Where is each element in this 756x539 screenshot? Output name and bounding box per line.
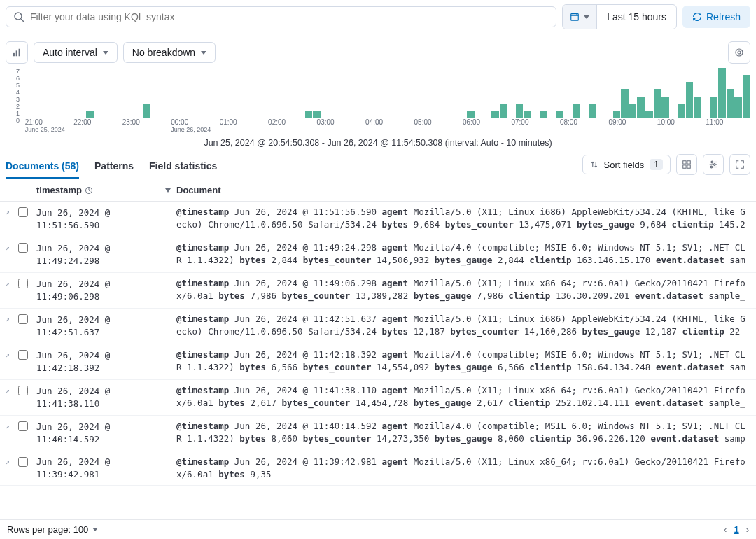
row-document[interactable]: @timestamp Jun 26, 2024 @ 11:49:24.298 a…: [176, 241, 750, 268]
histogram-bar[interactable]: [305, 111, 313, 118]
histogram-bar[interactable]: [662, 97, 669, 118]
histogram-bar[interactable]: [645, 111, 653, 118]
histogram-bar[interactable]: [613, 111, 621, 118]
histogram-bar[interactable]: [313, 111, 321, 118]
histogram-bar[interactable]: [524, 111, 531, 118]
histogram-bar[interactable]: [540, 111, 548, 118]
pager-current[interactable]: 1: [734, 524, 738, 535]
expand-row-icon[interactable]: ↗: [6, 279, 10, 289]
tab-patterns[interactable]: Patterns: [94, 153, 134, 178]
date-range-label: Last 15 hours: [597, 11, 676, 22]
table-row: ↗Jun 26, 2024 @ 11:49:24.298@timestamp J…: [0, 237, 756, 273]
histogram-bar[interactable]: [86, 111, 94, 118]
grid-icon: [682, 160, 692, 169]
row-timestamp: Jun 26, 2024 @ 11:41:38.110: [36, 384, 176, 411]
interval-select[interactable]: Auto interval: [34, 42, 118, 63]
row-document[interactable]: @timestamp Jun 26, 2024 @ 11:42:51.637 a…: [176, 313, 750, 340]
table-row: ↗Jun 26, 2024 @ 11:42:18.392@timestamp J…: [0, 344, 756, 380]
expand-row-icon[interactable]: ↗: [6, 421, 10, 432]
table-body: ↗Jun 26, 2024 @ 11:51:56.590@timestamp J…: [0, 202, 756, 486]
sort-fields-button[interactable]: Sort fields 1: [582, 155, 671, 174]
search-box[interactable]: [6, 6, 556, 27]
row-document[interactable]: @timestamp Jun 26, 2024 @ 11:40:14.592 a…: [176, 420, 750, 447]
row-document[interactable]: @timestamp Jun 26, 2024 @ 11:42:18.392 a…: [176, 349, 750, 375]
table-row: ↗Jun 26, 2024 @ 11:40:14.592@timestamp J…: [0, 416, 756, 451]
pager: ‹ 1 ›: [724, 524, 749, 535]
row-timestamp: Jun 26, 2024 @ 11:49:24.298: [36, 241, 176, 268]
row-checkbox[interactable]: [18, 457, 28, 467]
lens-icon: [734, 47, 745, 58]
row-checkbox[interactable]: [18, 350, 28, 360]
expand-row-icon[interactable]: ↗: [6, 350, 10, 360]
row-checkbox[interactable]: [18, 243, 28, 253]
row-document[interactable]: @timestamp Jun 26, 2024 @ 11:41:38.110 a…: [176, 384, 750, 411]
histogram-bar[interactable]: [467, 111, 475, 118]
histogram-bar[interactable]: [678, 104, 685, 118]
histogram-bar[interactable]: [686, 82, 694, 118]
expand-row-icon[interactable]: ↗: [6, 243, 10, 253]
histogram-bar[interactable]: [500, 104, 507, 118]
row-checkbox[interactable]: [18, 279, 28, 288]
breakdown-select[interactable]: No breakdown: [123, 42, 216, 63]
tab-field-statistics[interactable]: Field statistics: [149, 153, 217, 178]
settings-button[interactable]: [703, 154, 724, 175]
expand-row-icon[interactable]: ↗: [6, 386, 10, 396]
pager-prev[interactable]: ‹: [724, 524, 727, 535]
svg-rect-14: [687, 165, 690, 168]
calendar-icon: [563, 5, 597, 29]
row-document[interactable]: @timestamp Jun 26, 2024 @ 11:49:06.298 a…: [176, 277, 750, 304]
table-row: ↗Jun 26, 2024 @ 11:42:51.637@timestamp J…: [0, 309, 756, 344]
histogram-bar[interactable]: [589, 104, 596, 118]
chevron-down-icon: [201, 51, 206, 55]
histogram-bar[interactable]: [654, 89, 662, 118]
svg-point-0: [15, 13, 22, 20]
histogram-bar[interactable]: [621, 89, 629, 118]
toggle-chart-button[interactable]: [6, 41, 28, 64]
histogram-bar[interactable]: [718, 68, 726, 118]
row-checkbox[interactable]: [18, 386, 28, 396]
histogram-bar[interactable]: [143, 104, 150, 118]
refresh-button[interactable]: Refresh: [682, 6, 750, 28]
interval-label: Auto interval: [43, 47, 97, 58]
date-picker[interactable]: Last 15 hours: [562, 4, 677, 29]
search-icon: [13, 11, 24, 22]
search-input[interactable]: [30, 11, 549, 22]
histogram-bar[interactable]: [637, 97, 645, 118]
sort-count-badge: 1: [650, 159, 663, 170]
histogram-bar[interactable]: [556, 111, 564, 118]
tab-documents[interactable]: Documents (58): [6, 153, 79, 178]
row-checkbox[interactable]: [18, 421, 28, 431]
sort-label: Sort fields: [604, 160, 645, 170]
histogram-bar[interactable]: [491, 111, 499, 118]
rows-per-page-select[interactable]: Rows per page: 100: [7, 524, 98, 535]
pager-next[interactable]: ›: [746, 524, 749, 535]
row-checkbox[interactable]: [18, 314, 28, 324]
svg-point-16: [711, 161, 713, 163]
histogram-bar[interactable]: [734, 97, 742, 118]
sort-icon: [590, 160, 598, 169]
histogram-caption: Jun 25, 2024 @ 20:54:50.308 - Jun 26, 20…: [0, 138, 756, 148]
svg-point-10: [738, 51, 741, 54]
lens-edit-button[interactable]: [728, 41, 750, 64]
histogram-bar[interactable]: [710, 97, 718, 118]
expand-row-icon[interactable]: ↗: [6, 314, 10, 325]
expand-row-icon[interactable]: ↗: [6, 207, 10, 218]
histogram-y-axis: 76543210: [6, 68, 20, 118]
histogram-x-axis: 21:00June 25, 202422:0023:0000:00June 26…: [21, 118, 750, 131]
row-document[interactable]: @timestamp Jun 26, 2024 @ 11:39:42.981 a…: [176, 456, 750, 481]
histogram-bar[interactable]: [727, 89, 734, 118]
expand-row-icon[interactable]: ↗: [6, 457, 10, 468]
histogram-bar[interactable]: [516, 104, 524, 118]
table-footer: Rows per page: 100 ‹ 1 ›: [0, 519, 756, 539]
column-document[interactable]: Document: [176, 185, 750, 195]
display-options-button[interactable]: [676, 154, 697, 175]
histogram-bar[interactable]: [629, 104, 637, 118]
column-timestamp[interactable]: timestamp: [36, 185, 176, 195]
histogram-chart[interactable]: 76543210 21:00June 25, 202422:0023:0000:…: [6, 68, 750, 131]
row-checkbox[interactable]: [18, 207, 28, 217]
histogram-bar[interactable]: [573, 104, 580, 118]
row-document[interactable]: @timestamp Jun 26, 2024 @ 11:51:56.590 a…: [176, 206, 750, 232]
histogram-bar[interactable]: [743, 75, 750, 118]
fullscreen-button[interactable]: [729, 154, 750, 175]
histogram-bar[interactable]: [694, 97, 701, 118]
